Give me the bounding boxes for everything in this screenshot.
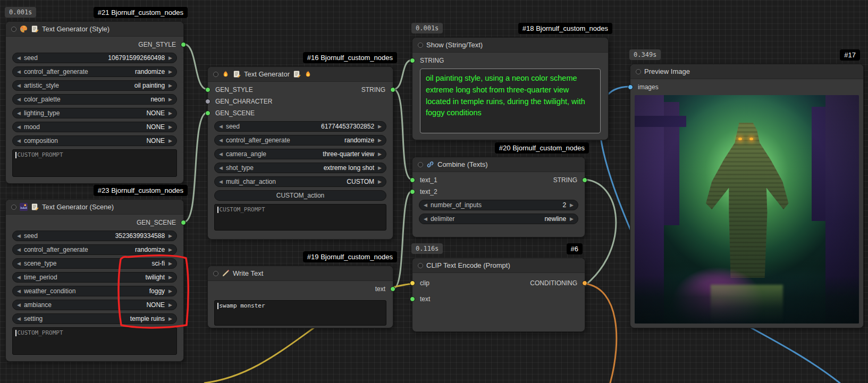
- increment-arrow-icon[interactable]: ▶: [168, 233, 172, 239]
- node-show-string-text[interactable]: 0.001s #18 Bjornulf_custom_nodes Show (S…: [412, 37, 609, 140]
- input-port-gen-scene[interactable]: [205, 110, 210, 116]
- node-titlebar[interactable]: Preview Image: [630, 64, 863, 79]
- increment-arrow-icon[interactable]: ▶: [168, 83, 172, 88]
- node-text-generator[interactable]: #16 Bjornulf_custom_nodes Text Generator…: [207, 66, 393, 240]
- collapse-dot[interactable]: [213, 271, 218, 276]
- increment-arrow-icon[interactable]: ▶: [570, 202, 574, 208]
- decrement-arrow-icon[interactable]: ◀: [17, 247, 21, 252]
- node-titlebar[interactable]: Combine (Texts): [412, 157, 585, 172]
- node-text-generator-scene[interactable]: #23 Bjornulf_custom_nodes Text Generator…: [5, 199, 184, 362]
- decrement-arrow-icon[interactable]: ◀: [219, 138, 223, 143]
- input-port-text[interactable]: [410, 296, 415, 302]
- collapse-dot[interactable]: [11, 27, 16, 32]
- decrement-arrow-icon[interactable]: ◀: [17, 288, 21, 294]
- increment-arrow-icon[interactable]: ▶: [168, 261, 172, 266]
- widget-seed[interactable]: ◀seed35236399334588▶: [12, 231, 177, 241]
- node-preview-image[interactable]: 0.349s #17 Preview Image images: [630, 64, 864, 328]
- input-port-gen-character[interactable]: [205, 99, 210, 104]
- increment-arrow-icon[interactable]: ▶: [168, 302, 172, 308]
- input-port-string[interactable]: [410, 58, 415, 63]
- decrement-arrow-icon[interactable]: ◀: [17, 316, 21, 321]
- output-port-gen-scene[interactable]: [181, 220, 186, 225]
- decrement-arrow-icon[interactable]: ◀: [219, 151, 223, 157]
- widget-composition[interactable]: ◀compositionNONE▶: [12, 135, 177, 146]
- text-input-area[interactable]: swamp monster: [214, 300, 386, 326]
- increment-arrow-icon[interactable]: ▶: [168, 124, 172, 130]
- decrement-arrow-icon[interactable]: ◀: [219, 165, 223, 171]
- widget-seed[interactable]: ◀seed617744537302852▶: [214, 121, 386, 132]
- decrement-arrow-icon[interactable]: ◀: [17, 138, 21, 143]
- increment-arrow-icon[interactable]: ▶: [378, 138, 382, 143]
- decrement-arrow-icon[interactable]: ◀: [17, 55, 21, 61]
- collapse-dot[interactable]: [11, 205, 16, 210]
- decrement-arrow-icon[interactable]: ◀: [17, 69, 21, 74]
- decrement-arrow-icon[interactable]: ◀: [17, 110, 21, 116]
- collapse-dot[interactable]: [636, 69, 641, 74]
- input-port-images[interactable]: [628, 84, 633, 90]
- increment-arrow-icon[interactable]: ▶: [378, 165, 382, 171]
- increment-arrow-icon[interactable]: ▶: [378, 151, 382, 157]
- widget-mood[interactable]: ◀moodNONE▶: [12, 122, 177, 132]
- widget-multi-char-action[interactable]: ◀multi_char_actionCUSTOM▶: [214, 176, 386, 187]
- increment-arrow-icon[interactable]: ▶: [168, 138, 172, 143]
- input-port-clip[interactable]: [410, 280, 415, 286]
- widget-artistic-style[interactable]: ◀artistic_styleoil painting▶: [12, 80, 177, 91]
- widget-color-palette[interactable]: ◀color_paletteneon▶: [12, 94, 177, 105]
- node-clip-text-encode[interactable]: 0.116s #6 CLIP Text Encode (Prompt) clip…: [412, 258, 585, 332]
- increment-arrow-icon[interactable]: ▶: [168, 247, 172, 252]
- widget-control-after-generate[interactable]: ◀control_after_generaterandomize▶: [214, 135, 386, 146]
- node-titlebar[interactable]: Show (String/Text): [412, 38, 608, 53]
- custom-prompt-textarea[interactable]: CUSTOM_PROMPT: [12, 149, 177, 177]
- decrement-arrow-icon[interactable]: ◀: [424, 216, 427, 222]
- decrement-arrow-icon[interactable]: ◀: [424, 202, 427, 208]
- widget-number-of-inputs[interactable]: ◀number_of_inputs2▶: [419, 200, 578, 210]
- widget-scene-type[interactable]: ◀scene_typesci-fi▶: [12, 258, 177, 269]
- increment-arrow-icon[interactable]: ▶: [168, 69, 172, 74]
- decrement-arrow-icon[interactable]: ◀: [17, 97, 21, 102]
- output-port-text[interactable]: [390, 286, 395, 292]
- widget-weather-condition[interactable]: ◀weather_conditionfoggy▶: [12, 286, 177, 296]
- input-port-gen-style[interactable]: [205, 87, 210, 92]
- input-port-text-2[interactable]: [410, 189, 415, 194]
- widget-delimiter[interactable]: ◀delimiternewline▶: [419, 214, 578, 224]
- decrement-arrow-icon[interactable]: ◀: [17, 124, 21, 130]
- widget-setting[interactable]: ◀settingtemple ruins▶: [12, 313, 177, 324]
- increment-arrow-icon[interactable]: ▶: [378, 124, 382, 129]
- widget-ambiance[interactable]: ◀ambianceNONE▶: [12, 300, 177, 310]
- increment-arrow-icon[interactable]: ▶: [168, 316, 172, 321]
- node-titlebar[interactable]: Text Generator: [208, 67, 393, 82]
- widget-seed[interactable]: ◀seed1067915992660498▶: [12, 53, 177, 63]
- input-port-text-1[interactable]: [410, 177, 415, 183]
- collapse-dot[interactable]: [418, 263, 423, 268]
- node-titlebar[interactable]: Write Text: [208, 266, 393, 281]
- output-port-gen-style[interactable]: [181, 42, 186, 47]
- increment-arrow-icon[interactable]: ▶: [570, 216, 574, 222]
- node-write-text[interactable]: #19 Bjornulf_custom_nodes Write Text tex…: [207, 266, 393, 328]
- node-combine-texts[interactable]: #20 Bjornulf_custom_nodes Combine (Texts…: [412, 157, 585, 237]
- output-port-string[interactable]: [582, 177, 587, 183]
- widget-custom-action[interactable]: CUSTOM_action: [214, 190, 386, 201]
- increment-arrow-icon[interactable]: ▶: [168, 55, 172, 61]
- custom-prompt-textarea[interactable]: CUSTOM_PROMPT: [214, 204, 386, 231]
- collapse-dot[interactable]: [418, 42, 423, 48]
- node-titlebar[interactable]: Text Generator (Style): [6, 22, 183, 37]
- decrement-arrow-icon[interactable]: ◀: [17, 83, 21, 88]
- widget-control-after-generate[interactable]: ◀control_after_generaterandomize▶: [12, 66, 177, 77]
- decrement-arrow-icon[interactable]: ◀: [17, 261, 21, 266]
- decrement-arrow-icon[interactable]: ◀: [17, 302, 21, 308]
- increment-arrow-icon[interactable]: ▶: [168, 110, 172, 116]
- output-port-string[interactable]: [390, 87, 395, 92]
- node-graph-canvas[interactable]: 0.001s #21 Bjornulf_custom_nodes Text Ge…: [0, 0, 868, 383]
- increment-arrow-icon[interactable]: ▶: [168, 275, 172, 280]
- node-titlebar[interactable]: Text Generator (Scene): [6, 200, 183, 215]
- widget-shot-type[interactable]: ◀shot_typeextreme long shot▶: [214, 163, 386, 173]
- increment-arrow-icon[interactable]: ▶: [168, 288, 172, 294]
- collapse-dot[interactable]: [418, 162, 423, 167]
- decrement-arrow-icon[interactable]: ◀: [219, 124, 223, 129]
- widget-control-after-generate[interactable]: ◀control_after_generaterandomize▶: [12, 244, 177, 255]
- custom-prompt-textarea[interactable]: CUSTOM_PROMPT: [12, 327, 177, 355]
- increment-arrow-icon[interactable]: ▶: [378, 179, 382, 184]
- decrement-arrow-icon[interactable]: ◀: [17, 233, 21, 239]
- output-port-conditioning[interactable]: [582, 280, 587, 286]
- node-text-generator-style[interactable]: 0.001s #21 Bjornulf_custom_nodes Text Ge…: [5, 21, 184, 184]
